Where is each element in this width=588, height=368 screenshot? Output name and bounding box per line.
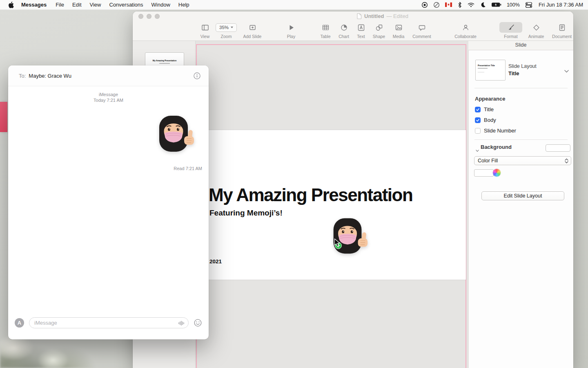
slide-canvas[interactable]: My Amazing Presentation Featuring Memoji… bbox=[196, 41, 468, 368]
checkbox-checked-icon[interactable] bbox=[475, 117, 481, 123]
slide-thumbnail-title: My Amazing Presentation bbox=[145, 59, 184, 62]
layout-thumb-line2 bbox=[478, 72, 484, 73]
message-input[interactable] bbox=[29, 317, 189, 328]
control-center-icon[interactable] bbox=[525, 2, 532, 8]
checkbox-unchecked-icon[interactable] bbox=[475, 128, 481, 134]
fill-type-dropdown[interactable]: Color Fill bbox=[474, 156, 571, 165]
imessage-apps-icon[interactable]: A bbox=[15, 318, 24, 328]
slide-thumbnail-subtitle-line bbox=[159, 63, 170, 64]
conversation-timestamp: iMessage Today 7:21 AM bbox=[8, 92, 209, 103]
audio-waveform-icon[interactable] bbox=[178, 320, 185, 328]
format-inspector: Slide Presentation Title Slide Layout Ti… bbox=[468, 41, 573, 368]
wifi-icon[interactable] bbox=[468, 2, 474, 7]
document-proxy-icon bbox=[356, 13, 362, 19]
edit-slide-layout-button[interactable]: Edit Slide Layout bbox=[481, 191, 564, 200]
slide-layout-thumbnail[interactable]: Presentation Title bbox=[475, 60, 506, 81]
slide-layout-value: Title bbox=[508, 70, 519, 76]
window-title-text: Untitled bbox=[364, 13, 384, 19]
service-label: iMessage bbox=[8, 92, 209, 97]
checkbox-slide-number[interactable]: Slide Number bbox=[475, 128, 516, 134]
play-icon bbox=[280, 22, 303, 33]
menu-file[interactable]: File bbox=[56, 2, 64, 8]
battery-percent: 100% bbox=[507, 2, 520, 8]
appearance-heading: Appearance bbox=[475, 96, 505, 102]
mouse-cursor bbox=[334, 238, 341, 249]
menu-app-name[interactable]: Messages bbox=[21, 2, 47, 8]
toolbar-comment-button[interactable]: Comment bbox=[410, 22, 433, 39]
checkbox-body[interactable]: Body bbox=[475, 117, 496, 123]
background-color-well[interactable] bbox=[546, 144, 570, 152]
toolbar-add-slide-button[interactable]: Add Slide bbox=[241, 22, 264, 39]
comment-icon bbox=[410, 22, 433, 33]
toolbar-collaborate-button[interactable]: Collaborate bbox=[449, 22, 482, 39]
toolbar-animate-button[interactable]: Animate bbox=[525, 22, 548, 39]
toolbar-format-button[interactable]: Format bbox=[499, 22, 522, 39]
animate-icon bbox=[525, 22, 548, 33]
toolbar-document-button[interactable]: Document bbox=[550, 22, 573, 39]
messages-header: To: Maybe: Grace Wu bbox=[8, 65, 209, 86]
menu-view[interactable]: View bbox=[90, 2, 101, 8]
message-input-bar: A bbox=[8, 316, 209, 330]
toolbar-media-button[interactable]: Media bbox=[387, 22, 410, 39]
recipient-field[interactable]: Maybe: Grace Wu bbox=[29, 73, 71, 79]
inspector-tab-slide[interactable]: Slide bbox=[468, 41, 573, 50]
chevron-down-icon[interactable] bbox=[564, 67, 569, 74]
toolbar-zoom-control[interactable]: 35% Zoom bbox=[215, 22, 238, 39]
menu-bar-status: 100% Fri Jun 18 7:36 AM bbox=[421, 2, 583, 8]
minimize-button[interactable] bbox=[147, 14, 151, 19]
fill-color-swatch[interactable] bbox=[474, 169, 494, 177]
checkbox-checked-icon[interactable] bbox=[475, 107, 481, 112]
window-title: Untitled — Edited bbox=[356, 13, 408, 19]
slide-editor[interactable]: My Amazing Presentation Featuring Memoji… bbox=[198, 130, 466, 280]
background-disclosure-chevron-icon[interactable] bbox=[476, 146, 479, 154]
divider bbox=[474, 88, 568, 88]
background-window-sliver[interactable] bbox=[0, 102, 7, 132]
menu-bar-clock[interactable]: Fri Jun 18 7:36 AM bbox=[539, 2, 583, 8]
layout-thumb-line bbox=[478, 68, 488, 69]
screen-recording-icon[interactable] bbox=[421, 2, 428, 8]
info-button[interactable] bbox=[194, 72, 200, 79]
toolbar-view-button[interactable]: View bbox=[194, 22, 216, 39]
traffic-lights bbox=[138, 14, 160, 19]
messages-window: To: Maybe: Grace Wu iMessage Today 7:21 … bbox=[8, 65, 209, 339]
toolbar-play-button[interactable]: Play bbox=[280, 22, 303, 39]
sent-memoji-sticker[interactable] bbox=[152, 113, 197, 155]
slide-subtitle-text[interactable]: Featuring Memoji’s! bbox=[209, 209, 283, 218]
zoom-window-button[interactable] bbox=[155, 14, 160, 19]
color-picker-wheel-icon[interactable] bbox=[493, 169, 501, 177]
emoji-picker-icon[interactable] bbox=[194, 319, 202, 327]
menu-bar: Messages File Edit View Conversations Wi… bbox=[0, 0, 588, 10]
slide-title-text[interactable]: My Amazing Presentation bbox=[209, 185, 412, 205]
chevron-down-icon bbox=[231, 27, 233, 28]
do-not-disturb-icon[interactable] bbox=[433, 2, 440, 8]
focus-moon-icon[interactable] bbox=[480, 2, 486, 8]
timestamp-label: Today 7:21 AM bbox=[8, 97, 209, 103]
slide-layout-label: Slide Layout bbox=[508, 63, 537, 69]
menu-conversations[interactable]: Conversations bbox=[109, 2, 143, 8]
zoom-value-dropdown[interactable]: 35% bbox=[216, 23, 237, 32]
close-button[interactable] bbox=[138, 14, 143, 19]
slide-year-text[interactable]: 2021 bbox=[209, 258, 222, 265]
menu-edit[interactable]: Edit bbox=[72, 2, 81, 8]
document-icon bbox=[550, 22, 573, 33]
apple-menu-icon[interactable] bbox=[8, 2, 14, 8]
checkbox-title[interactable]: Title bbox=[475, 106, 494, 112]
menu-help[interactable]: Help bbox=[178, 2, 189, 8]
format-brush-icon bbox=[499, 22, 522, 33]
bluetooth-icon[interactable] bbox=[457, 2, 462, 8]
inspector-panel: Presentation Title Slide Layout Title Ap… bbox=[468, 50, 573, 368]
message-field-wrap bbox=[29, 317, 189, 328]
battery-icon[interactable] bbox=[491, 2, 501, 7]
canada-flag-icon[interactable] bbox=[445, 2, 452, 7]
add-slide-icon bbox=[241, 22, 264, 33]
keynote-titlebar-toolbar: Untitled — Edited View 35% Zoom Add Slid… bbox=[133, 11, 573, 41]
view-icon bbox=[194, 22, 216, 33]
stepper-chevrons-icon bbox=[564, 158, 569, 165]
menu-window[interactable]: Window bbox=[151, 2, 170, 8]
desktop: Messages File Edit View Conversations Wi… bbox=[0, 0, 588, 368]
background-heading[interactable]: Background bbox=[481, 144, 512, 150]
divider bbox=[474, 139, 568, 140]
read-receipt: Read 7:21 AM bbox=[174, 166, 202, 171]
dragged-memoji-image[interactable] bbox=[327, 215, 371, 256]
media-icon bbox=[387, 22, 410, 33]
